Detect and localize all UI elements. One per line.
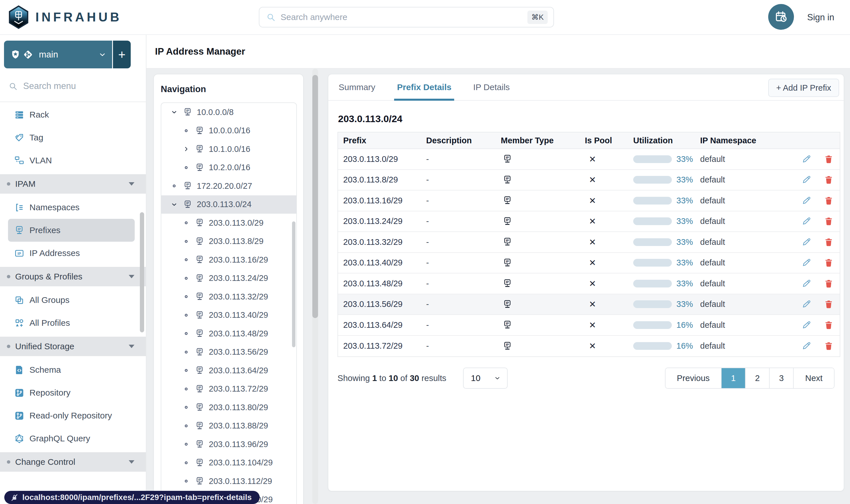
sidebar-section-change-control[interactable]: Change Control [0, 452, 146, 472]
add-branch-button[interactable]: + [113, 41, 131, 68]
menu-search-input[interactable] [23, 81, 137, 91]
edit-icon[interactable] [802, 217, 811, 226]
tree-item-203-0-113-40-29[interactable]: IP203.0.113.40/29 [161, 306, 296, 325]
cell-prefix[interactable]: 203.0.113.16/29 [338, 191, 421, 211]
menu-search[interactable] [0, 81, 146, 102]
tree-item-10-1-0-0-16[interactable]: IP10.1.0.0/16 [161, 140, 296, 159]
edit-icon[interactable] [802, 258, 811, 267]
svg-text:IP: IP [506, 156, 509, 159]
tree-item-10-0-0-0-8[interactable]: IP10.0.0.0/8 [161, 103, 296, 122]
delete-icon[interactable] [824, 300, 833, 309]
edit-icon[interactable] [802, 279, 811, 288]
page-button-2[interactable]: 2 [745, 368, 769, 388]
delete-icon[interactable] [824, 196, 833, 205]
column-header-prefix: Prefix [338, 132, 421, 148]
tree-item-203-0-113-88-29[interactable]: IP203.0.113.88/29 [161, 417, 296, 435]
tree-item-203-0-113-0-24[interactable]: IP203.0.113.0/24 [161, 195, 296, 214]
cell-prefix[interactable]: 203.0.113.56/29 [338, 294, 421, 314]
tree-item-203-0-113-24-29[interactable]: IP203.0.113.24/29 [161, 269, 296, 288]
sidebar-item-schema[interactable]: Schema [0, 358, 146, 381]
sidebar-item-read-only-repository[interactable]: Read-only Repository [0, 404, 146, 427]
svg-text:IP: IP [198, 256, 201, 260]
cell-prefix[interactable]: 203.0.113.24/29 [338, 211, 421, 232]
member-type-icon: IP [496, 170, 580, 190]
sidebar-item-repository[interactable]: Repository [0, 381, 146, 404]
sign-in-button[interactable]: Sign in [807, 0, 834, 35]
tab-prefix-details[interactable]: Prefix Details [397, 74, 451, 100]
global-search-input[interactable] [281, 12, 522, 22]
utilization-label: 33% [676, 279, 693, 288]
tree-item-203-0-113-72-29[interactable]: IP203.0.113.72/29 [161, 380, 296, 398]
tree-item-10-2-0-0-16[interactable]: IP10.2.0.0/16 [161, 159, 296, 177]
delete-icon[interactable] [824, 258, 833, 267]
edit-icon[interactable] [802, 196, 811, 205]
tree-item-203-0-113-32-29[interactable]: IP203.0.113.32/29 [161, 287, 296, 306]
edit-icon[interactable] [802, 237, 811, 247]
sidebar-section-groups-profiles[interactable]: Groups & Profiles [0, 267, 146, 286]
svg-text:IP: IP [198, 330, 201, 334]
cell-prefix[interactable]: 203.0.113.72/29 [338, 336, 421, 357]
cell-prefix[interactable]: 203.0.113.32/29 [338, 232, 421, 252]
sidebar-scrollbar[interactable] [140, 212, 144, 332]
cell-prefix[interactable]: 203.0.113.8/29 [338, 170, 421, 190]
svg-text:IP: IP [506, 239, 509, 242]
sidebar-item-namespaces[interactable]: Namespaces [0, 196, 146, 219]
tree-item-203-0-113-104-29[interactable]: IP203.0.113.104/29 [161, 454, 296, 472]
sidebar-item-ip-addresses[interactable]: IPIP Addresses [0, 242, 146, 265]
tree-item-10-0-0-0-16[interactable]: IP10.0.0.0/16 [161, 122, 296, 140]
sidebar-section-ipam[interactable]: IPAM [0, 174, 146, 194]
branch-selector[interactable]: main + [4, 41, 131, 68]
delete-icon[interactable] [824, 217, 833, 226]
tab-ip-details[interactable]: IP Details [473, 74, 510, 100]
tree-scrollbar-thumb[interactable] [292, 221, 295, 347]
sidebar-item-rack[interactable]: Rack [0, 103, 146, 126]
delete-icon[interactable] [824, 320, 833, 330]
tree-item-203-0-113-80-29[interactable]: IP203.0.113.80/29 [161, 398, 296, 417]
tree-item-203-0-113-8-29[interactable]: IP203.0.113.8/29 [161, 232, 296, 251]
sidebar-item-vlan[interactable]: VLAN [0, 149, 146, 172]
sidebar-section-unified-storage[interactable]: Unified Storage [0, 337, 146, 356]
edit-icon[interactable] [802, 320, 811, 330]
edit-icon[interactable] [802, 341, 811, 351]
global-search[interactable]: ⌘K [259, 7, 554, 28]
tree-item-203-0-113-16-29[interactable]: IP203.0.113.16/29 [161, 251, 296, 269]
sidebar-item-all-profiles[interactable]: All Profiles [0, 311, 146, 335]
cell-prefix[interactable]: 203.0.113.48/29 [338, 273, 421, 294]
tree-item-203-0-113-96-29[interactable]: IP203.0.113.96/29 [161, 435, 296, 454]
delete-icon[interactable] [824, 237, 833, 247]
tree-item-203-0-113-56-29[interactable]: IP203.0.113.56/29 [161, 343, 296, 362]
page-button-3[interactable]: 3 [769, 368, 793, 388]
panel-scrollbar-thumb[interactable] [312, 75, 318, 318]
graphql-icon [14, 434, 24, 444]
previous-button[interactable]: Previous [666, 368, 721, 388]
edit-icon[interactable] [802, 300, 811, 309]
page-size-select[interactable]: 10 [463, 367, 508, 389]
cell-prefix[interactable]: 203.0.113.40/29 [338, 253, 421, 273]
tree-item-203-0-113-64-29[interactable]: IP203.0.113.64/29 [161, 361, 296, 380]
tab-summary[interactable]: Summary [339, 74, 375, 100]
delete-icon[interactable] [824, 279, 833, 288]
sidebar-item-all-groups[interactable]: All Groups [0, 289, 146, 311]
edit-icon[interactable] [802, 155, 811, 164]
sidebar-item-tag[interactable]: Tag [0, 126, 146, 149]
cell-prefix[interactable]: 203.0.113.0/29 [338, 149, 421, 169]
add-ip-prefix-button[interactable]: + Add IP Prefix [768, 79, 839, 97]
edit-icon[interactable] [802, 175, 811, 184]
cell-is-pool: ✕ [580, 149, 628, 169]
tree-item-172-20-20-0-27[interactable]: IP172.20.20.0/27 [161, 177, 296, 195]
table-row: 203.0.113.16/29-IP✕33%default [338, 191, 840, 211]
delete-icon[interactable] [824, 341, 833, 351]
sidebar-item-prefixes[interactable]: IPPrefixes [8, 219, 135, 242]
delete-icon[interactable] [824, 155, 833, 164]
tree-item-203-0-113-48-29[interactable]: IP203.0.113.48/29 [161, 324, 296, 343]
cell-prefix[interactable]: 203.0.113.64/29 [338, 315, 421, 335]
next-button[interactable]: Next [793, 368, 834, 388]
branch-selector-main[interactable]: main [4, 41, 112, 68]
page-button-1[interactable]: 1 [721, 368, 745, 388]
tree-item-203-0-113-112-29[interactable]: IP203.0.113.112/29 [161, 472, 296, 490]
ip-prefix-icon: IP [195, 218, 204, 228]
schedule-button[interactable] [768, 4, 794, 30]
tree-item-203-0-113-0-29[interactable]: IP203.0.113.0/29 [161, 214, 296, 232]
delete-icon[interactable] [824, 175, 833, 184]
sidebar-item-graphql-query[interactable]: GraphQL Query [0, 427, 146, 450]
